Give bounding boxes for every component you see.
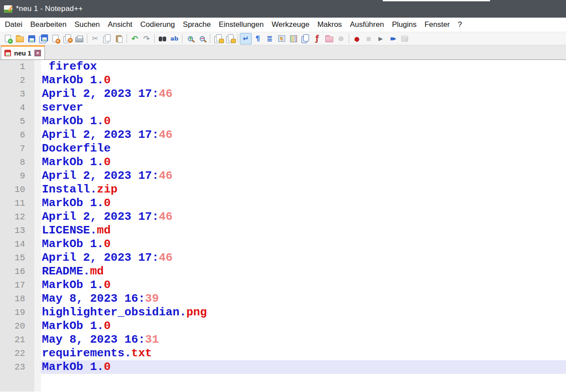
- fold-margin[interactable]: [34, 278, 41, 292]
- print-button[interactable]: [73, 33, 85, 44]
- menu-item-?[interactable]: ?: [454, 18, 466, 32]
- menu-item-datei[interactable]: Datei: [1, 18, 26, 32]
- replace-button[interactable]: ab: [168, 33, 180, 44]
- toolbar-separator: [210, 34, 210, 43]
- fold-margin[interactable]: [34, 374, 41, 392]
- text-segment: Install.: [42, 183, 97, 196]
- text-segment: MarkOb 1.: [42, 74, 104, 87]
- print-icon: [75, 37, 83, 42]
- fold-margin[interactable]: [34, 237, 41, 251]
- menu-item-plugins[interactable]: Plugins: [388, 18, 421, 32]
- line-number: 17: [0, 278, 34, 292]
- tab-neu-1[interactable]: neu 1: [1, 45, 45, 59]
- fold-margin[interactable]: [34, 251, 41, 265]
- fold-margin[interactable]: [34, 169, 41, 183]
- fold-margin[interactable]: [34, 142, 41, 155]
- fold-margin[interactable]: [34, 292, 41, 306]
- macro-play-button[interactable]: ▶: [375, 33, 387, 44]
- fold-margin[interactable]: [34, 87, 41, 101]
- fold-margin[interactable]: [34, 319, 41, 333]
- macro-save-button[interactable]: [398, 33, 410, 44]
- show-indent-guide-button[interactable]: ≣: [264, 33, 276, 44]
- macro-stop-button[interactable]: ■: [363, 33, 375, 44]
- fold-margin[interactable]: [34, 360, 41, 374]
- toolbar-separator: [349, 34, 349, 43]
- save-file-button[interactable]: [26, 33, 37, 44]
- fold-margin[interactable]: [34, 183, 41, 196]
- undo-icon: ↶: [131, 35, 138, 43]
- fold-margin[interactable]: [34, 74, 41, 87]
- sync-horizontal-scroll-icon: [228, 34, 234, 41]
- fold-margin[interactable]: [34, 333, 41, 347]
- redo-icon: ↷: [143, 35, 150, 43]
- show-all-characters-button[interactable]: ¶: [252, 33, 264, 44]
- editor-area[interactable]: 1 firefox2MarkOb 1.03April 2, 2023 17:46…: [0, 60, 566, 392]
- word-wrap-button[interactable]: ↵: [240, 33, 252, 44]
- new-file-button[interactable]: [2, 33, 14, 44]
- menu-item-makros[interactable]: Makros: [313, 18, 346, 32]
- menu-item-einstellungen[interactable]: Einstellungen: [215, 18, 268, 32]
- close-tab-icon[interactable]: [34, 50, 41, 56]
- line-number: 1: [0, 60, 34, 74]
- redo-button[interactable]: ↷: [141, 33, 153, 44]
- fold-margin[interactable]: [34, 196, 41, 210]
- fold-margin[interactable]: [34, 265, 41, 278]
- code-line: 21May 8, 2023 16:31: [0, 333, 566, 347]
- document-list-button[interactable]: [299, 33, 311, 44]
- close-all-button[interactable]: [61, 33, 73, 44]
- user-defined-language-button[interactable]: ↯: [276, 33, 287, 44]
- fold-margin[interactable]: [34, 210, 41, 224]
- line-text: April 2, 2023 17:46: [41, 251, 566, 265]
- function-list-button[interactable]: ƒ: [311, 33, 323, 44]
- save-all-button[interactable]: [37, 33, 49, 44]
- fold-margin[interactable]: [34, 115, 41, 128]
- text-segment: 46: [159, 128, 172, 141]
- toolbar-separator: [238, 34, 238, 43]
- document-map-button[interactable]: [287, 33, 299, 44]
- text-segment: 0: [104, 74, 111, 87]
- monitoring-button[interactable]: ●: [335, 33, 347, 44]
- menu-item-bearbeiten[interactable]: Bearbeiten: [26, 18, 71, 32]
- cut-icon: ✂: [92, 35, 98, 42]
- paste-icon: [116, 35, 122, 42]
- fold-margin[interactable]: [34, 60, 41, 74]
- copy-button[interactable]: [101, 33, 113, 44]
- text-segment: 0: [104, 196, 111, 210]
- sync-horizontal-scroll-button[interactable]: [224, 33, 236, 44]
- close-file-button[interactable]: [49, 33, 61, 44]
- fold-margin[interactable]: [34, 347, 41, 360]
- menu-item-ansicht[interactable]: Ansicht: [104, 18, 137, 32]
- fold-margin[interactable]: [34, 306, 41, 319]
- macro-run-multiple-button[interactable]: ▶▶: [387, 33, 398, 44]
- zoom-in-button[interactable]: [184, 33, 196, 44]
- folder-as-workspace-button[interactable]: [323, 33, 335, 44]
- macro-record-button[interactable]: ●: [351, 33, 363, 44]
- zoom-out-button[interactable]: [196, 33, 208, 44]
- menu-item-sprache[interactable]: Sprache: [179, 18, 215, 32]
- menu-item-codierung[interactable]: Codierung: [136, 18, 179, 32]
- code-line: 20MarkOb 1.0: [0, 319, 566, 333]
- line-number: 10: [0, 183, 34, 196]
- menu-item-fenster[interactable]: Fenster: [421, 18, 454, 32]
- fold-margin[interactable]: [34, 224, 41, 237]
- paste-button[interactable]: [113, 33, 125, 44]
- menu-item-ausfhren[interactable]: Ausführen: [346, 18, 388, 32]
- editor-empty-space[interactable]: [0, 374, 566, 392]
- sync-vertical-scroll-button[interactable]: [212, 33, 224, 44]
- sync-vertical-scroll-icon: [216, 34, 222, 41]
- cut-button[interactable]: ✂: [89, 33, 101, 44]
- menu-item-werkzeuge[interactable]: Werkzeuge: [268, 18, 313, 32]
- undo-button[interactable]: ↶: [129, 33, 141, 44]
- macro-play-icon: ▶: [379, 36, 383, 41]
- open-file-button[interactable]: [14, 33, 26, 44]
- fold-margin[interactable]: [34, 155, 41, 169]
- find-icon: [159, 37, 166, 42]
- menu-item-suchen[interactable]: Suchen: [71, 18, 104, 32]
- monitoring-icon: ●: [338, 35, 344, 42]
- code-line: 13LICENSE.md: [0, 224, 566, 237]
- find-button[interactable]: [156, 33, 168, 44]
- fold-margin[interactable]: [34, 128, 41, 142]
- open-file-icon: [16, 37, 24, 42]
- fold-margin[interactable]: [34, 101, 41, 115]
- line-number-margin: [0, 374, 34, 392]
